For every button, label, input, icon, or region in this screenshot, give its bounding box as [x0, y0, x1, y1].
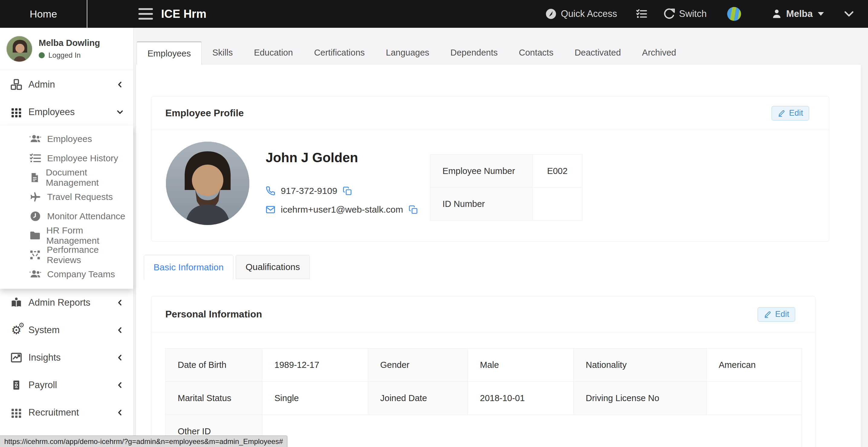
employees-submenu: Employees Employee History	[0, 126, 133, 289]
tab-archived[interactable]: Archived	[631, 41, 687, 65]
gears-icon: ⚙⚙	[9, 324, 24, 336]
field-label: Employee Number	[430, 155, 532, 188]
employee-profile-title: Employee Profile	[165, 107, 244, 119]
cubes-icon	[9, 78, 24, 91]
switch-label: Switch	[679, 8, 707, 19]
submenu-item-label: Monitor Attendance	[47, 211, 125, 221]
list-check-icon	[28, 152, 42, 164]
sidebar-item-label: Payroll	[28, 380, 57, 390]
chevron-left-icon	[116, 298, 124, 307]
field-value: 1989-12-17	[262, 349, 368, 382]
submenu-item-label: Performance Reviews	[47, 245, 133, 265]
employee-email: icehrm+user1@web-stalk.com	[281, 204, 403, 215]
table-row: Employee Number E002	[430, 155, 582, 188]
personal-information-card: Personal Information Edit Date of Birth …	[151, 296, 815, 447]
file-icon	[28, 172, 41, 183]
employee-profile-card: Employee Profile Edit	[151, 96, 829, 242]
submenu-item-hr-form-management[interactable]: HR Form Management	[0, 226, 133, 245]
chevron-down-icon[interactable]	[843, 7, 855, 20]
users-icon	[28, 268, 42, 281]
copy-phone-icon[interactable]	[343, 186, 352, 195]
field-label: Date of Birth	[166, 349, 262, 382]
submenu-item-label: Travel Requests	[47, 192, 113, 202]
sidebar-item-employees[interactable]: Employees	[0, 98, 133, 126]
folder-icon	[28, 229, 41, 242]
quick-access-label: Quick Access	[561, 8, 617, 19]
switch-button[interactable]: Switch	[663, 8, 707, 20]
employee-email-row: icehrm+user1@web-stalk.com	[266, 204, 418, 215]
chart-line-icon	[9, 352, 24, 364]
tab-employees[interactable]: Employees	[136, 41, 202, 65]
status-dot-icon	[39, 52, 45, 58]
field-value: Male	[468, 349, 574, 382]
clock-icon	[28, 211, 42, 222]
field-label: Gender	[368, 349, 468, 382]
diagram-icon	[28, 249, 42, 261]
pencil-icon	[778, 109, 785, 117]
employee-id-table: Employee Number E002 ID Number	[430, 154, 582, 221]
sidebar-item-insights[interactable]: Insights	[0, 344, 133, 371]
employee-profile-header: Employee Profile Edit	[151, 96, 829, 130]
quick-access-button[interactable]: Quick Access	[545, 8, 617, 20]
tab-dependents[interactable]: Dependents	[440, 41, 508, 65]
submenu-item-performance-reviews[interactable]: Performance Reviews	[0, 245, 133, 264]
person-icon	[771, 8, 782, 19]
profile-subtabs: Basic Information Qualifications	[144, 255, 310, 279]
sidebar-item-label: Insights	[28, 352, 61, 363]
login-status: Logged In	[39, 51, 100, 60]
topbar-actions: Quick Access Switch Melba	[545, 0, 855, 28]
redo-icon	[663, 8, 675, 20]
tab-certifications[interactable]: Certifications	[304, 41, 375, 65]
sidebar-item-label: Employees	[28, 107, 75, 118]
language-globe-icon[interactable]	[727, 7, 741, 21]
submenu-item-employee-history[interactable]: Employee History	[0, 149, 133, 168]
personal-information-table: Date of Birth 1989-12-17 Gender Male Nat…	[165, 348, 802, 447]
copy-email-icon[interactable]	[409, 205, 418, 214]
pencil-icon	[764, 311, 772, 318]
tab-languages[interactable]: Languages	[375, 41, 440, 65]
topbar-home-link[interactable]: Home	[0, 0, 87, 28]
submenu-item-travel-requests[interactable]: Travel Requests	[0, 187, 133, 206]
grid-icon	[9, 106, 24, 118]
sidebar-item-payroll[interactable]: Payroll	[0, 371, 133, 399]
tasks-icon[interactable]	[636, 8, 647, 20]
edit-personal-information-button[interactable]: Edit	[758, 307, 795, 322]
melba-avatar-photo	[6, 36, 33, 62]
field-label: Driving License No	[574, 382, 707, 415]
phone-icon	[266, 186, 275, 196]
user-menu[interactable]: Melba	[771, 8, 824, 19]
submenu-item-employees[interactable]: Employees	[0, 129, 133, 149]
chevron-left-icon	[116, 326, 124, 334]
sidebar-item-admin-reports[interactable]: Admin Reports	[0, 289, 133, 316]
tab-contacts[interactable]: Contacts	[508, 41, 564, 65]
tab-skills[interactable]: Skills	[202, 41, 243, 65]
field-value: Single	[262, 382, 368, 415]
field-value: American	[707, 349, 802, 382]
chevron-left-icon	[116, 381, 124, 389]
personal-information-header: Personal Information Edit	[151, 296, 815, 332]
sidebar-profile: Melba Dowling Logged In	[0, 28, 133, 70]
submenu-item-document-management[interactable]: Document Management	[0, 168, 133, 187]
tab-qualifications[interactable]: Qualifications	[236, 255, 310, 279]
sidebar-item-recruitment[interactable]: Recruitment	[0, 399, 133, 426]
tab-basic-information[interactable]: Basic Information	[144, 255, 233, 279]
submenu-item-company-teams[interactable]: Company Teams	[0, 264, 133, 284]
tab-education[interactable]: Education	[243, 41, 304, 65]
field-label: Marital Status	[166, 382, 262, 415]
sidebar-user-name: Melba Dowling	[39, 38, 100, 48]
hamburger-menu-icon[interactable]	[138, 8, 153, 20]
submenu-item-label: HR Form Management	[46, 225, 133, 246]
compass-icon	[545, 8, 557, 20]
field-value: 2018-10-01	[468, 382, 574, 415]
chevron-left-icon	[116, 81, 124, 89]
chevron-down-icon	[116, 108, 124, 116]
personal-information-title: Personal Information	[165, 309, 262, 320]
edit-button-label: Edit	[789, 108, 803, 118]
sidebar-item-admin[interactable]: Admin	[0, 71, 133, 98]
sidebar-item-system[interactable]: ⚙⚙ System	[0, 316, 133, 344]
tab-deactivated[interactable]: Deactivated	[564, 41, 631, 65]
sidebar-item-label: System	[28, 325, 60, 336]
edit-profile-button[interactable]: Edit	[772, 106, 809, 121]
submenu-item-monitor-attendance[interactable]: Monitor Attendance	[0, 206, 133, 226]
submenu-item-label: Employees	[47, 134, 92, 144]
